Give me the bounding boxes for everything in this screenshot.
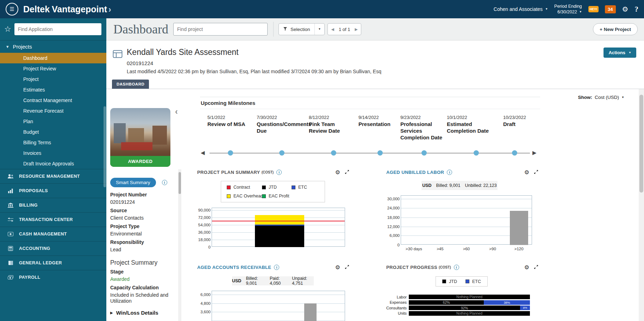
project-header: Kendall Yards Site Assessment 020191224 …	[106, 40, 644, 89]
y-axis-tick: 0	[196, 245, 211, 249]
favorites-star-icon[interactable]: ☆	[4, 25, 11, 34]
sidebar-item-revenue-forecast[interactable]: Revenue Forecast	[0, 106, 106, 116]
brand-logo: Deltek Vantagepoint ›	[23, 4, 111, 14]
widget-settings-gear-icon[interactable]: ⚙	[335, 170, 340, 175]
find-application-input[interactable]	[14, 23, 101, 35]
sidebar-item-billing-terms[interactable]: Billing Terms	[0, 137, 106, 148]
timeline-right-arrow[interactable]: ▶	[532, 150, 537, 156]
actions-button[interactable]: Actions ▼	[604, 48, 636, 58]
section-label: RESOURCE MANAGEMENT	[19, 174, 80, 179]
sidebar-item-budget[interactable]: Budget	[0, 127, 106, 137]
unpaid-amount: Unpaid: 4,751	[292, 276, 314, 286]
find-project-input[interactable]	[173, 23, 268, 36]
sidebar-section-proposals[interactable]: PROPOSALS	[0, 183, 106, 198]
sidebar-section-accounting[interactable]: ACCOUNTING	[0, 241, 106, 256]
milestone-item: 9/23/2022 Professional Services Completi…	[400, 115, 444, 141]
tab-dashboard[interactable]: DASHBOARD	[112, 80, 149, 89]
y-axis-tick: 36,000	[196, 230, 211, 234]
app-window: ☰ Deltek Vantagepoint › Cohen and Associ…	[0, 0, 644, 321]
widget-expand-icon[interactable]	[345, 264, 349, 271]
sidebar-section-billing[interactable]: BILLING	[0, 198, 106, 212]
info-icon[interactable]: i	[447, 170, 452, 175]
widget-expand-icon[interactable]	[534, 264, 538, 271]
sidebar-item-draft-invoice-approvals[interactable]: Draft Invoice Approvals	[0, 158, 106, 169]
widget-settings-gear-icon[interactable]: ⚙	[335, 265, 340, 270]
period-ending-dropdown[interactable]: Period Ending 6/30/2022 ▼	[554, 4, 582, 15]
widget-expand-icon[interactable]	[345, 169, 349, 176]
y-axis-tick: 12,000	[386, 225, 400, 229]
milestone-label: Presentation	[358, 121, 401, 128]
sidebar-item-plan[interactable]: Plan	[0, 116, 106, 127]
hey-badge[interactable]: HEY!	[588, 6, 599, 12]
timeline-dot	[331, 150, 336, 156]
win-loss-details-expander[interactable]: ▶ Win/Loss Details	[110, 310, 178, 316]
panel-scrollbar-thumb[interactable]	[179, 172, 181, 194]
chevron-down-icon: ▾	[6, 44, 9, 49]
milestone-label: Draft	[503, 121, 535, 128]
sidebar-item-estimates[interactable]: Estimates	[0, 84, 106, 95]
nothing-planned-text: Nothing Planned	[409, 311, 530, 315]
timeline-left-arrow[interactable]: ◀	[201, 150, 205, 156]
selection-dropdown-button[interactable]: Selection ▼	[279, 23, 325, 35]
y-axis-tick: 90,000	[196, 208, 211, 212]
sidebar-item-contract-management[interactable]: Contract Management	[0, 95, 106, 106]
next-record-button[interactable]: ▶	[351, 27, 361, 32]
smart-summary-button[interactable]: Smart Summary	[110, 178, 156, 187]
sidebar-item-project[interactable]: Project	[0, 74, 106, 84]
info-icon[interactable]: i	[162, 180, 167, 185]
widget-settings-gear-icon[interactable]: ⚙	[524, 170, 529, 175]
sidebar-item-dashboard[interactable]: Dashboard	[0, 53, 106, 63]
billed-amount: Billed: 9,001	[246, 276, 265, 286]
upcoming-milestones-section: Upcoming Milestones 5/1/2022 Review of M…	[200, 97, 540, 161]
milestone-date: 9/23/2022	[400, 115, 444, 120]
plan-summary-chart: 90,000 72,000 54,000 36,000 18,000 0	[212, 208, 345, 247]
widget-title[interactable]: AGED UNBILLED LABOR	[386, 170, 444, 175]
actions-label: Actions	[608, 50, 625, 55]
widget-settings-gear-icon[interactable]: ⚙	[524, 265, 529, 270]
panel-scrollbar[interactable]	[178, 169, 181, 321]
timeline-dot	[474, 150, 479, 156]
sidebar-item-invoices[interactable]: Invoices	[0, 148, 106, 158]
y-axis-tick: 6,000	[196, 292, 211, 297]
sidebar-section-projects[interactable]: ▾ Projects	[0, 40, 106, 53]
hamburger-menu-icon[interactable]: ☰	[6, 3, 18, 15]
new-project-button[interactable]: + New Project	[593, 23, 638, 35]
info-icon[interactable]: i	[274, 265, 279, 270]
sidebar-section-transaction-center[interactable]: TRANSACTION CENTER	[0, 212, 106, 227]
sidebar-section-general-ledger[interactable]: GENERAL LEDGER	[0, 256, 106, 270]
jtd-percent: 92%	[409, 306, 520, 310]
milestone-item: 10/1/2022 Estimated Completion Date	[447, 115, 489, 134]
milestone-date: 10/1/2022	[447, 115, 489, 120]
x-axis-tick: >60	[453, 247, 480, 251]
main-scrollbar[interactable]	[639, 89, 644, 321]
timeline-dot	[377, 150, 383, 156]
sidebar-section-payroll[interactable]: PAYROLL	[0, 270, 106, 284]
units-bar: Nothing Planned	[409, 311, 530, 316]
settings-gear-icon[interactable]: ⚙	[622, 5, 629, 13]
widget-expand-icon[interactable]	[534, 169, 538, 176]
jtd-percent: 62%	[409, 301, 484, 304]
legend-label: ETC	[472, 279, 481, 284]
project-photo: AWARDED	[110, 108, 170, 167]
show-currency-dropdown[interactable]: Show: Cost (USD) ▼	[578, 95, 624, 100]
section-label: PAYROLL	[19, 275, 40, 280]
period-value: 6/30/2022	[557, 9, 577, 15]
sidebar-section-resource-management[interactable]: RESOURCE MANAGEMENT	[0, 169, 106, 183]
jtd-swatch	[262, 185, 266, 189]
widget-title[interactable]: AGED ACCOUNTS RECEIVABLE	[197, 265, 271, 270]
unbilled-gt120-bar	[510, 211, 528, 245]
notification-count-badge[interactable]: 34	[605, 5, 615, 13]
previous-record-button[interactable]: ◀	[328, 27, 337, 32]
main-scrollbar-thumb[interactable]	[639, 95, 643, 193]
info-icon[interactable]: i	[276, 170, 282, 175]
company-dropdown[interactable]: Cohen and Associates ▼	[494, 6, 548, 12]
help-icon[interactable]: ?	[635, 5, 639, 14]
sidebar-scrollbar-thumb[interactable]	[104, 106, 106, 187]
sidebar-section-cash-management[interactable]: CASH MANAGEMENT	[0, 227, 106, 241]
etc-segment: 38%	[484, 300, 530, 305]
etc-percent: 38%	[484, 301, 530, 304]
sidebar-item-project-review[interactable]: Project Review	[0, 63, 106, 74]
sidebar-nav: ☆ ▾ Projects Dashboard Project Review Pr…	[0, 18, 106, 321]
info-icon[interactable]: i	[454, 265, 459, 270]
stage-value: Awarded	[110, 276, 178, 282]
